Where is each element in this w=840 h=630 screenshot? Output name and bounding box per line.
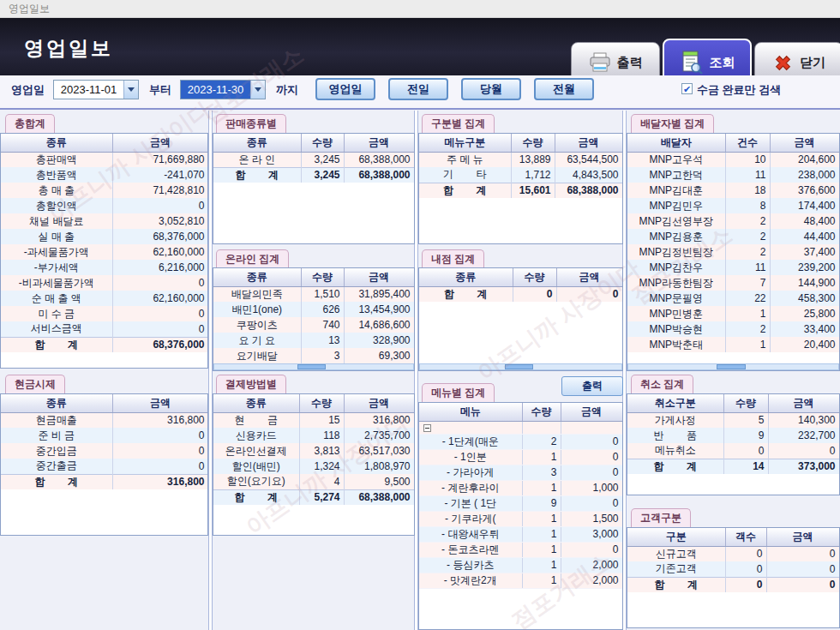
table-row[interactable]: MNP김용훈244,400 (627, 229, 839, 244)
table-row[interactable]: 총할인액0 (1, 198, 208, 213)
tab-sale-type[interactable]: 판매종류별 (216, 114, 286, 133)
table-row[interactable]: 현금매출316,800 (1, 412, 208, 428)
tab-menu-summary[interactable]: 메뉴별 집계 (422, 383, 495, 402)
table-row[interactable]: 합 계3,24568,388,000 (213, 167, 414, 183)
bizday-button[interactable]: 영업일 (315, 78, 375, 100)
column-header[interactable]: 수량 (723, 394, 768, 412)
tab-payment-method[interactable]: 결제방법별 (216, 375, 286, 393)
delivery-horizontal-scrollbar[interactable] (627, 363, 839, 370)
table-row[interactable]: 쿠팡이츠74014,686,600 (213, 317, 414, 333)
prev-day-button[interactable]: 전일 (388, 78, 448, 100)
table-row[interactable]: 온 라 인3,24568,388,000 (213, 152, 414, 167)
table-row[interactable]: MNP라동한팀장7144,900 (627, 275, 839, 291)
table-row[interactable]: 합 계68,376,000 (1, 337, 208, 352)
column-header[interactable]: 취소구분 (627, 394, 723, 412)
table-row[interactable]: - 대왕새우튀13,000 (419, 526, 622, 542)
current-month-button[interactable]: 당월 (461, 78, 521, 100)
table-row[interactable]: 요기배달369,300 (213, 348, 414, 363)
column-header[interactable]: 건수 (725, 134, 770, 152)
tree-collapse-icon[interactable] (423, 424, 431, 432)
table-row[interactable]: MNP민병훈125,800 (627, 306, 839, 321)
table-row[interactable]: 채널 배달료3,052,810 (1, 213, 208, 229)
table-row[interactable]: 합 계14373,000 (627, 459, 839, 474)
table-row[interactable]: 중간출금0 (1, 459, 208, 474)
column-header[interactable]: 종류 (1, 394, 112, 412)
collection-complete-checkbox[interactable]: ✔ (681, 83, 693, 94)
column-header[interactable]: 수량 (522, 403, 561, 421)
column-header[interactable]: 금액 (556, 268, 622, 286)
table-row[interactable]: 합 계00 (419, 286, 622, 302)
tab-sales-total[interactable]: 총합계 (5, 114, 55, 133)
table-row[interactable]: - 등심카츠12,000 (419, 557, 622, 573)
table-row[interactable]: MNP박춘태120,400 (627, 337, 839, 352)
table-row[interactable]: -과세물품가액62,160,000 (1, 244, 208, 260)
column-header[interactable]: 수량 (299, 394, 344, 412)
column-header[interactable]: 금액 (344, 268, 414, 286)
scrollbar-thumb[interactable] (717, 364, 746, 369)
column-header[interactable]: 금액 (770, 134, 839, 152)
table-row[interactable]: MNP고우석10204,600 (627, 152, 839, 167)
table-row[interactable]: 반 품9232,700 (627, 428, 839, 443)
table-row[interactable]: - 계란후라이11,000 (419, 480, 622, 495)
table-row[interactable]: MNP김대훈18376,600 (627, 183, 839, 198)
table-row[interactable]: 준 비 금0 (1, 428, 208, 443)
table-row[interactable]: MNP김찬우11239,200 (627, 260, 839, 275)
table-row[interactable]: 합 계5,27468,388,000 (213, 489, 414, 505)
table-row[interactable]: - 맛계란2개12,000 (419, 573, 622, 588)
table-row[interactable]: MNP박승현233,400 (627, 321, 839, 337)
column-header[interactable]: 종류 (213, 134, 301, 152)
chevron-down-icon[interactable] (250, 81, 265, 99)
table-row[interactable]: - 기쿠라게(11,500 (419, 511, 622, 526)
chevron-down-icon[interactable] (123, 81, 138, 99)
table-row[interactable] (419, 421, 622, 434)
column-header[interactable]: 수량 (301, 134, 344, 152)
column-header[interactable]: 수량 (513, 268, 556, 286)
column-header[interactable]: 구분 (627, 528, 725, 546)
column-header[interactable]: 금액 (112, 394, 208, 412)
table-row[interactable]: 합 계00 (627, 577, 839, 592)
menu-print-button[interactable]: 출력 (561, 376, 623, 396)
table-row[interactable]: 신규고객00 (627, 546, 839, 561)
table-row[interactable]: 서비스금액0 (1, 321, 208, 337)
table-row[interactable]: 배달의민족1,51031,895,400 (213, 286, 414, 302)
column-header[interactable]: 수량 (301, 268, 344, 286)
table-row[interactable]: 총판매액71,669,880 (1, 152, 208, 167)
table-row[interactable]: 기 타1,7124,843,500 (419, 167, 622, 183)
table-row[interactable]: 합 계15,60168,388,000 (419, 183, 622, 198)
column-header[interactable]: 객수 (725, 528, 766, 546)
column-header[interactable]: 금액 (768, 394, 839, 412)
tab-delivery-summary[interactable]: 배달자별 집계 (631, 114, 714, 133)
tab-online-summary[interactable]: 온라인 집계 (216, 249, 289, 268)
column-header[interactable]: 메뉴구분 (419, 134, 511, 152)
table-row[interactable]: MNP고한덕11238,000 (627, 167, 839, 183)
table-row[interactable]: 기존고객00 (627, 561, 839, 577)
column-header[interactable]: 금액 (766, 528, 839, 546)
table-row[interactable]: - 돈코츠라멘10 (419, 542, 622, 557)
table-row[interactable]: MNP김정빈팀장237,400 (627, 244, 839, 260)
table-row[interactable]: 할인(배민)1,3241,808,970 (213, 459, 414, 474)
tab-cancel-summary[interactable]: 취소 집계 (631, 375, 693, 393)
table-row[interactable]: - 기본 ( 1단90 (419, 495, 622, 511)
scrollbar-thumb[interactable] (297, 364, 325, 369)
column-header[interactable]: 금액 (344, 394, 414, 412)
column-header[interactable]: 금액 (344, 134, 414, 152)
tab-division-summary[interactable]: 구분별 집계 (422, 114, 495, 133)
column-header[interactable]: 종류 (1, 134, 112, 152)
column-header[interactable]: 배달자 (627, 134, 725, 152)
table-row[interactable]: -부가세액6,216,000 (1, 260, 208, 275)
column-header[interactable]: 종류 (213, 268, 301, 286)
table-row[interactable]: 중간입금0 (1, 443, 208, 459)
tab-cash-register[interactable]: 현금시제 (5, 375, 65, 393)
column-header[interactable]: 종류 (419, 268, 513, 286)
table-row[interactable]: - 가라아게30 (419, 465, 622, 480)
table-row[interactable]: MNP문필영22458,300 (627, 291, 839, 306)
column-header[interactable]: 금액 (112, 134, 208, 152)
table-row[interactable]: 합 계316,800 (1, 474, 208, 489)
table-row[interactable]: 실 매 출68,376,000 (1, 229, 208, 244)
column-header[interactable]: 수량 (511, 134, 555, 152)
column-header[interactable]: 금액 (561, 403, 622, 421)
table-row[interactable]: -비과세물품가액0 (1, 275, 208, 291)
column-header[interactable]: 메뉴 (419, 403, 522, 421)
table-row[interactable]: 요 기 요13328,900 (213, 333, 414, 348)
table-row[interactable]: MNP김민우8174,400 (627, 198, 839, 213)
